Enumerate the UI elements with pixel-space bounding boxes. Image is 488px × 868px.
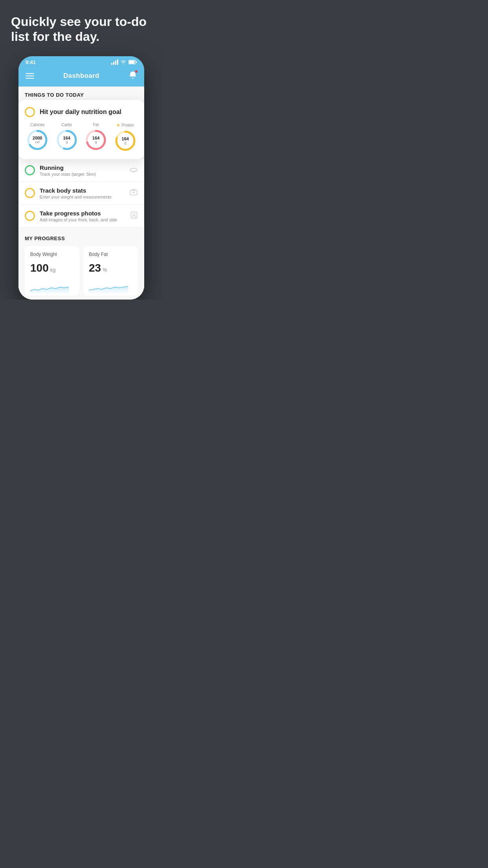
donut-unit: cal <box>33 140 42 144</box>
hero-title: Quickly see your to-do list for the day. <box>11 14 152 44</box>
phone-content: THINGS TO DO TODAY Hit your daily nutrit… <box>18 86 144 300</box>
nutrition-circle-protein: ★Protein 164 g <box>114 123 137 152</box>
circle-label-protein: ★Protein <box>116 123 134 128</box>
todo-item-title: Track body stats <box>40 187 125 194</box>
progress-unit: kg <box>50 267 56 273</box>
circle-label-carbs: Carbs <box>61 123 72 127</box>
todo-item-text: Running Track your stats (target: 5km) <box>40 164 125 177</box>
donut-wrap: 164 g <box>114 129 137 152</box>
donut-wrap: 164 g <box>55 129 78 151</box>
status-bar: 9:41 <box>18 56 144 67</box>
nutrition-circles: Calories 2000 cal Carbs 164 g Fat <box>25 123 138 152</box>
todo-item-subtitle: Enter your weight and measurements <box>40 195 125 199</box>
todo-item-icon <box>129 189 138 198</box>
today-section-header: THINGS TO DO TODAY <box>18 86 144 101</box>
progress-card-title: Body Fat <box>89 252 132 257</box>
todo-item-subtitle: Add images of your front, back, and side <box>40 217 125 222</box>
todo-item-text: Take progress photos Add images of your … <box>40 210 125 222</box>
donut-unit: g <box>63 140 70 144</box>
todo-item-icon <box>129 166 138 175</box>
todo-item-text: Track body stats Enter your weight and m… <box>40 187 125 199</box>
nutrition-circle-calories: Calories 2000 cal <box>26 123 49 152</box>
svg-rect-13 <box>131 212 137 218</box>
donut-center: 164 g <box>92 136 99 144</box>
todo-list-item[interactable]: Track body stats Enter your weight and m… <box>18 182 144 205</box>
todo-item-subtitle: Track your stats (target: 5km) <box>40 172 125 177</box>
nav-title: Dashboard <box>63 72 99 80</box>
progress-card-title: Body Weight <box>30 252 74 257</box>
notification-dot <box>135 70 138 73</box>
progress-value: 23 <box>89 262 101 274</box>
sparkline-chart <box>89 280 132 294</box>
outer-background: Quickly see your to-do list for the day.… <box>0 0 163 300</box>
phone-mockup: 9:41 <box>18 56 144 300</box>
donut-unit: g <box>92 140 99 144</box>
phone-screen: 9:41 <box>18 56 144 300</box>
donut-wrap: 164 g <box>84 129 107 151</box>
todo-check-ring[interactable] <box>25 188 35 198</box>
todo-check-ring[interactable] <box>25 165 35 175</box>
progress-card-body-fat[interactable]: Body Fat 23 % <box>83 246 138 296</box>
signal-icon <box>111 59 118 65</box>
todo-check-ring[interactable] <box>25 211 35 221</box>
progress-val-row: 100 kg <box>30 262 74 274</box>
donut-center: 164 g <box>63 136 70 144</box>
donut-center: 164 g <box>122 136 129 145</box>
progress-unit: % <box>103 267 107 273</box>
status-time: 9:41 <box>26 59 36 65</box>
svg-rect-1 <box>136 61 137 63</box>
donut-unit: g <box>122 141 129 145</box>
todo-item-icon <box>130 211 138 221</box>
sparkline-chart <box>30 280 74 294</box>
nutrition-card: Hit your daily nutrition goal Calories 2… <box>18 100 144 159</box>
todo-list-item[interactable]: Running Track your stats (target: 5km) <box>18 159 144 182</box>
todo-list-item[interactable]: Take progress photos Add images of your … <box>18 205 144 228</box>
svg-rect-2 <box>129 61 135 64</box>
todo-item-title: Running <box>40 164 125 171</box>
star-icon: ★ <box>116 123 120 128</box>
progress-heading: MY PROGRESS <box>25 235 138 241</box>
circle-label-calories: Calories <box>30 123 45 127</box>
svg-point-14 <box>133 213 135 216</box>
hamburger-menu[interactable] <box>26 73 34 79</box>
todo-list: Running Track your stats (target: 5km) T… <box>18 159 144 228</box>
progress-section: MY PROGRESS Body Weight 100 kg Body Fat … <box>18 228 144 300</box>
circle-label-fat: Fat <box>93 123 99 127</box>
donut-center: 2000 cal <box>33 136 42 144</box>
hero-section: Quickly see your to-do list for the day. <box>0 0 163 52</box>
status-icons <box>111 59 137 65</box>
progress-cards: Body Weight 100 kg Body Fat 23 % <box>25 246 138 296</box>
nutrition-card-header: Hit your daily nutrition goal <box>25 107 138 117</box>
nutrition-card-title: Hit your daily nutrition goal <box>40 108 121 116</box>
progress-val-row: 23 % <box>89 262 132 274</box>
nutrition-circle-fat: Fat 164 g <box>84 123 107 152</box>
notification-bell[interactable] <box>128 71 137 81</box>
progress-value: 100 <box>30 262 49 274</box>
nutrition-check-ring[interactable] <box>25 107 35 117</box>
todo-item-title: Take progress photos <box>40 210 125 217</box>
progress-card-body-weight[interactable]: Body Weight 100 kg <box>25 246 79 296</box>
battery-icon <box>128 60 137 64</box>
wifi-icon <box>120 60 127 64</box>
donut-wrap: 2000 cal <box>26 129 49 151</box>
nutrition-circle-carbs: Carbs 164 g <box>55 123 78 152</box>
nav-bar: Dashboard <box>18 67 144 86</box>
